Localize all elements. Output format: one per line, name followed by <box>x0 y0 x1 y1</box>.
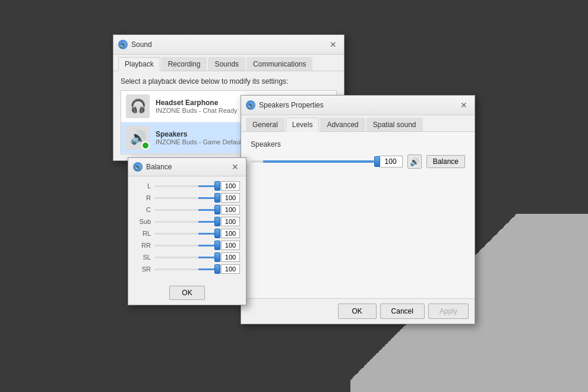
tab-levels[interactable]: Levels <box>286 118 320 132</box>
channel-slider-L[interactable] <box>154 181 217 191</box>
channel-value-RR[interactable] <box>221 241 240 250</box>
channel-label-R: R <box>134 194 151 201</box>
speakers-icon: 🔊 <box>126 126 150 150</box>
speakers-properties-dialog: 🔊 Speakers Properties ✕ General Levels A… <box>241 95 475 324</box>
channel-row-Sub: Sub <box>134 217 240 226</box>
channel-row-L: L <box>134 181 240 191</box>
speakers-properties-icon: 🔊 <box>246 100 255 110</box>
speakers-properties-title: Speakers Properties <box>259 101 324 109</box>
speakers-apply-button[interactable]: Apply <box>428 304 469 319</box>
tab-advanced[interactable]: Advanced <box>320 118 365 131</box>
tab-spatial-sound[interactable]: Spatial sound <box>366 118 423 131</box>
balance-dialog-title: Balance <box>146 163 172 171</box>
channel-label-RR: RR <box>134 242 151 249</box>
channel-row-SL: SL <box>134 252 240 262</box>
volume-value-input[interactable] <box>379 156 403 167</box>
channel-label-L: L <box>134 182 151 189</box>
channel-label-Sub: Sub <box>134 218 151 225</box>
channel-value-SL[interactable] <box>221 252 240 262</box>
channel-slider-R[interactable] <box>154 193 217 203</box>
speakers-properties-close-button[interactable]: ✕ <box>458 99 470 111</box>
speakers-cancel-button[interactable]: Cancel <box>380 304 425 319</box>
sound-tabs-bar: Playback Recording Sounds Communications <box>113 55 344 71</box>
channel-value-R[interactable] <box>221 193 240 203</box>
volume-mute-button[interactable]: 🔊 <box>407 154 422 169</box>
channel-slider-RR[interactable] <box>154 241 217 250</box>
balance-footer: OK <box>128 281 246 305</box>
channel-row-RL: RL <box>134 229 240 238</box>
balance-ok-button[interactable]: OK <box>169 286 205 300</box>
volume-slider[interactable] <box>251 160 374 163</box>
default-badge <box>141 141 150 150</box>
channel-row-RR: RR <box>134 241 240 250</box>
sound-dialog-icon: 🔊 <box>118 40 128 49</box>
sound-dialog-close-button[interactable]: ✕ <box>327 39 339 50</box>
channel-label-C: C <box>134 206 151 213</box>
channel-value-SR[interactable] <box>221 264 240 274</box>
headset-icon: 🎧 <box>126 94 150 118</box>
tab-general[interactable]: General <box>246 118 284 131</box>
channel-slider-C[interactable] <box>154 205 217 214</box>
channel-slider-Sub[interactable] <box>154 217 217 226</box>
sound-dialog-titlebar: 🔊 Sound ✕ <box>113 35 344 55</box>
balance-dialog-icon: 🔊 <box>133 162 143 172</box>
playback-instruction: Select a playback device below to modify… <box>121 77 337 86</box>
channel-label-SL: SL <box>134 254 151 261</box>
tab-recording[interactable]: Recording <box>162 57 207 71</box>
channel-slider-SL[interactable] <box>154 252 217 262</box>
tab-sounds[interactable]: Sounds <box>208 57 245 71</box>
speakers-body: Speakers 🔊 Balance <box>241 132 475 298</box>
balance-titlebar: 🔊 Balance ✕ <box>128 158 246 176</box>
speakers-footer: OK Cancel Apply <box>241 298 475 324</box>
channel-slider-RL[interactable] <box>154 229 217 238</box>
channel-value-RL[interactable] <box>221 229 240 238</box>
volume-row: 🔊 Balance <box>251 154 465 169</box>
channel-row-C: C <box>134 205 240 214</box>
balance-body: L R C Sub RL <box>128 176 246 281</box>
channel-label-RL: RL <box>134 230 151 237</box>
channel-row-R: R <box>134 193 240 203</box>
tab-playback[interactable]: Playback <box>118 57 160 71</box>
tab-communications[interactable]: Communications <box>246 57 312 71</box>
speakers-titlebar: 🔊 Speakers Properties ✕ <box>241 96 475 115</box>
balance-button[interactable]: Balance <box>426 155 465 168</box>
channel-value-C[interactable] <box>221 205 240 214</box>
sound-dialog-title: Sound <box>131 40 152 49</box>
channel-value-L[interactable] <box>221 181 240 191</box>
speakers-ok-button[interactable]: OK <box>338 304 377 319</box>
channel-slider-SR[interactable] <box>154 264 217 274</box>
speakers-volume-label: Speakers <box>251 140 465 148</box>
channel-row-SR: SR <box>134 264 240 274</box>
channel-value-Sub[interactable] <box>221 217 240 226</box>
balance-dialog-close-button[interactable]: ✕ <box>229 161 241 173</box>
channel-label-SR: SR <box>134 265 151 273</box>
balance-dialog: 🔊 Balance ✕ L R C Sub <box>128 157 246 305</box>
speakers-tabs-bar: General Levels Advanced Spatial sound <box>241 115 475 132</box>
